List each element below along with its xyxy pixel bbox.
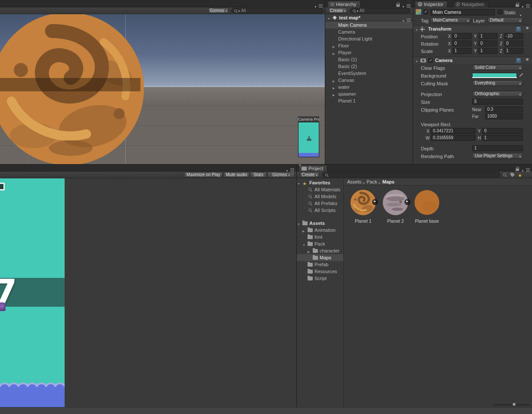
- hierarchy-item-eventsystem[interactable]: EventSystem: [325, 70, 413, 77]
- projection-dropdown[interactable]: Orthographic: [472, 91, 523, 97]
- foldout-icon[interactable]: [333, 78, 335, 83]
- splitter-scene-hierarchy[interactable]: [325, 0, 325, 164]
- foldout-icon[interactable]: [297, 181, 300, 186]
- help-icon[interactable]: [516, 27, 521, 31]
- lock-icon[interactable]: [396, 4, 400, 7]
- rotation-y-field[interactable]: 0: [478, 40, 498, 47]
- tree-favorites[interactable]: Favorites: [297, 179, 343, 186]
- asset-planet-1[interactable]: Planet 1: [347, 190, 379, 224]
- tree-font[interactable]: font: [297, 233, 343, 240]
- splitter-hierarchy-inspector[interactable]: [413, 0, 413, 164]
- tree-all-scripts[interactable]: All Scripts: [297, 207, 343, 214]
- chevron-down-icon[interactable]: [522, 2, 523, 9]
- tree-pack[interactable]: Pack: [297, 240, 343, 247]
- foldout-icon[interactable]: [415, 59, 418, 63]
- hierarchy-item-spawner[interactable]: spawner: [325, 90, 413, 97]
- game-viewport[interactable]: 7: [0, 178, 65, 407]
- project-search-field[interactable]: [322, 172, 501, 177]
- gear-icon[interactable]: [526, 58, 529, 61]
- stats-button[interactable]: Stats: [250, 172, 267, 177]
- foldout-icon[interactable]: [333, 44, 335, 49]
- camera-header[interactable]: Camera: [413, 56, 532, 64]
- tree-animation[interactable]: Animation: [297, 227, 343, 233]
- breadcrumb-pack[interactable]: Pack: [367, 179, 377, 184]
- tree-maps[interactable]: Maps: [297, 254, 343, 261]
- clear-flags-dropdown[interactable]: Solid Color: [472, 65, 523, 71]
- transform-header[interactable]: Transform: [413, 25, 532, 32]
- foldout-icon[interactable]: [327, 16, 330, 21]
- depth-field[interactable]: 1: [472, 145, 523, 151]
- scale-z-field[interactable]: 1: [504, 48, 523, 54]
- viewport-y-field[interactable]: 0: [482, 128, 523, 134]
- foldout-icon[interactable]: [297, 221, 300, 226]
- scene-gizmos-button[interactable]: Gizmos: [208, 8, 229, 13]
- slider-track[interactable]: [493, 404, 530, 405]
- game-gizmos-button[interactable]: Gizmos: [268, 172, 295, 177]
- tree-all-models[interactable]: All Models: [297, 193, 343, 200]
- tab-hierarchy[interactable]: Hierarchy: [327, 1, 361, 7]
- planet-2-thumbnail[interactable]: [383, 190, 408, 215]
- foldout-icon[interactable]: [308, 249, 310, 254]
- slider-thumb[interactable]: [512, 402, 516, 406]
- scene-header-row[interactable]: test map*: [325, 14, 413, 21]
- gear-icon[interactable]: [526, 27, 529, 29]
- pane-menu-icon[interactable]: [526, 168, 530, 171]
- thumbnail-size-slider[interactable]: [493, 402, 530, 407]
- active-checkbox[interactable]: [423, 9, 428, 14]
- chevron-down-icon[interactable]: [238, 8, 240, 13]
- pane-menu-icon[interactable]: [290, 168, 294, 171]
- mute-audio-button[interactable]: Mute audio: [224, 172, 249, 177]
- foldout-icon[interactable]: [302, 242, 305, 247]
- tab-navigation[interactable]: Navigation: [453, 1, 488, 7]
- hierarchy-item-water[interactable]: water: [325, 84, 413, 90]
- tab-inspector[interactable]: Inspector: [415, 1, 448, 7]
- breadcrumb-maps[interactable]: Maps: [383, 179, 395, 184]
- static-checkbox[interactable]: [498, 9, 502, 14]
- hierarchy-item-basic-1[interactable]: Basic (1): [325, 56, 413, 63]
- foldout-icon[interactable]: [415, 27, 418, 32]
- viewport-x-field[interactable]: 0.3417221: [431, 128, 476, 134]
- scene-canvas[interactable]: Camera Preview: [0, 14, 325, 164]
- planet-base-thumbnail[interactable]: [414, 190, 440, 215]
- position-y-field[interactable]: 1: [478, 33, 498, 39]
- hierarchy-item-planet-1[interactable]: Planet 1: [325, 97, 413, 104]
- far-field[interactable]: 1000: [485, 113, 523, 119]
- inspector-pane-options[interactable]: [516, 2, 530, 9]
- component-enabled-checkbox[interactable]: [428, 58, 433, 63]
- foldout-icon[interactable]: [333, 92, 335, 97]
- tree-character[interactable]: character: [297, 247, 343, 254]
- hierarchy-item-directional-light[interactable]: Directional Light: [325, 35, 413, 42]
- pane-menu-icon[interactable]: [407, 19, 411, 22]
- scale-x-field[interactable]: 1: [452, 48, 472, 54]
- lock-icon[interactable]: [516, 4, 519, 7]
- subasset-expander[interactable]: [372, 199, 378, 205]
- splitter-horizontal[interactable]: [0, 164, 532, 165]
- scene-search-field[interactable]: All: [231, 8, 324, 13]
- tree-script[interactable]: Script: [297, 275, 343, 282]
- viewport-w-field[interactable]: 0.3165559: [431, 135, 476, 141]
- eyedropper-icon[interactable]: [520, 73, 523, 77]
- project-create-button[interactable]: Create: [300, 172, 319, 177]
- position-z-field[interactable]: -10: [504, 33, 523, 39]
- breadcrumb-assets[interactable]: Assets: [347, 179, 361, 184]
- asset-planet-base[interactable]: Planet base: [411, 190, 443, 224]
- subasset-expander[interactable]: [404, 199, 411, 205]
- tree-resources[interactable]: Resources: [297, 268, 343, 275]
- hierarchy-item-player[interactable]: Player: [325, 49, 413, 56]
- tree-assets[interactable]: Assets: [297, 220, 343, 227]
- layer-dropdown[interactable]: Default: [487, 17, 523, 23]
- hierarchy-item-floor[interactable]: Floor: [325, 42, 413, 49]
- rotation-x-field[interactable]: 0: [452, 40, 472, 47]
- pane-menu-icon[interactable]: [526, 4, 530, 7]
- hierarchy-item-camera[interactable]: Camera: [325, 28, 413, 35]
- hierarchy-item-canvas[interactable]: Canvas: [325, 77, 413, 84]
- culling-mask-dropdown[interactable]: Everything: [472, 80, 523, 86]
- gameobject-name-field[interactable]: Main Camera: [430, 9, 495, 16]
- size-field[interactable]: 5: [472, 99, 523, 105]
- viewport-h-field[interactable]: 1: [482, 135, 523, 141]
- search-by-type-icon[interactable]: [503, 173, 506, 176]
- hierarchy-item-basic-2[interactable]: Basic (2): [325, 63, 413, 70]
- position-x-field[interactable]: 0: [452, 33, 472, 39]
- pane-menu-icon[interactable]: [319, 4, 323, 7]
- pane-menu-icon[interactable]: [407, 4, 411, 7]
